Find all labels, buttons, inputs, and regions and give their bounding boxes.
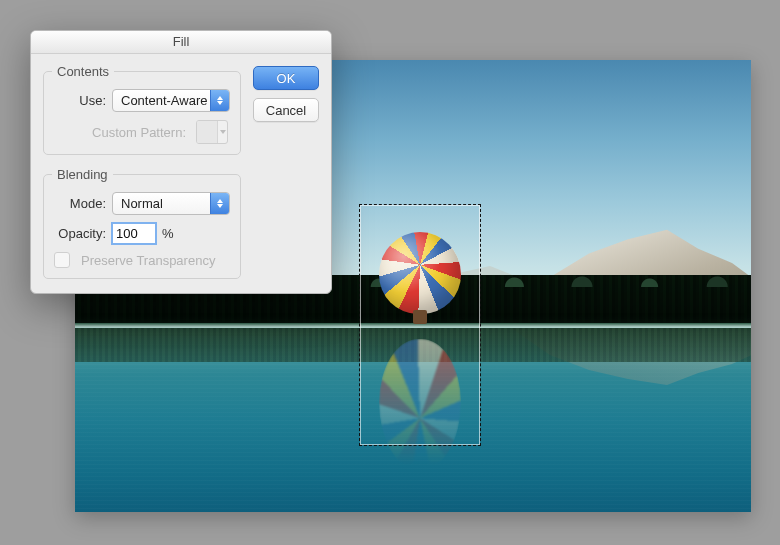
mode-row: Mode: Normal (54, 192, 230, 215)
blending-group: Blending Mode: Normal Opacity: % Preserv… (43, 167, 241, 279)
chevron-down-icon (218, 121, 227, 143)
pattern-thumbnail (197, 121, 218, 143)
preserve-transparency-label: Preserve Transparency (81, 253, 215, 268)
contents-legend: Contents (52, 64, 114, 79)
mode-value: Normal (121, 196, 163, 211)
preserve-transparency-checkbox (54, 252, 70, 268)
dialog-left-column: Contents Use: Content-Aware Custom Patte… (43, 64, 241, 279)
opacity-unit: % (162, 226, 174, 241)
mode-select[interactable]: Normal (112, 192, 230, 215)
custom-pattern-label: Custom Pattern: (92, 125, 186, 140)
cancel-button[interactable]: Cancel (253, 98, 319, 122)
mode-label: Mode: (54, 196, 106, 211)
opacity-input[interactable] (112, 223, 156, 244)
selection-marquee[interactable] (359, 204, 481, 446)
use-select[interactable]: Content-Aware (112, 89, 230, 112)
fill-dialog: Fill Contents Use: Content-Aware Custom … (30, 30, 332, 294)
stepper-arrows-icon (210, 90, 229, 111)
custom-pattern-row: Custom Pattern: (54, 120, 230, 144)
use-value: Content-Aware (121, 93, 207, 108)
stepper-arrows-icon (210, 193, 229, 214)
use-row: Use: Content-Aware (54, 89, 230, 112)
custom-pattern-picker (196, 120, 228, 144)
opacity-label: Opacity: (54, 226, 106, 241)
ok-button[interactable]: OK (253, 66, 319, 90)
dialog-button-column: OK Cancel (253, 64, 319, 279)
opacity-row: Opacity: % (54, 223, 230, 244)
blending-legend: Blending (52, 167, 113, 182)
preserve-transparency-row: Preserve Transparency (54, 252, 230, 268)
dialog-body: Contents Use: Content-Aware Custom Patte… (31, 54, 331, 293)
use-label: Use: (54, 93, 106, 108)
dialog-title: Fill (31, 31, 331, 54)
contents-group: Contents Use: Content-Aware Custom Patte… (43, 64, 241, 155)
